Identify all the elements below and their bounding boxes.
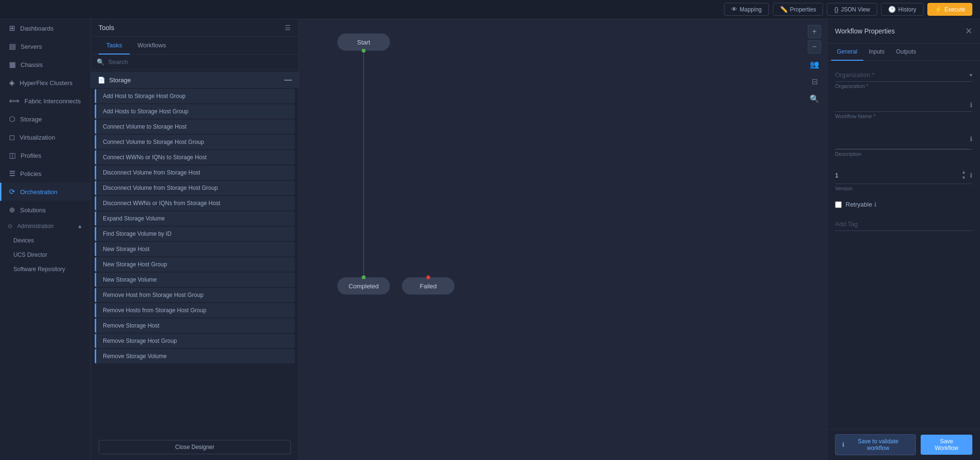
dashboards-icon: ⊞ [9,24,15,33]
sidebar-sub-item-software-repo[interactable]: Software Repository [0,262,90,276]
version-field-group: ▲ ▼ ℹ Version [835,166,972,191]
retryable-checkbox[interactable] [835,201,842,208]
zoom-in-button[interactable]: + [808,25,821,38]
json-view-button[interactable]: {} JSON View [827,3,877,16]
save-validate-button[interactable]: ℹ Save to validate workflow [835,434,916,455]
list-item[interactable]: Disconnect WWNs or IQNs from Storage Hos… [95,196,295,210]
administration-icon: ⊙ [8,223,12,230]
connector-line [363,51,364,275]
list-item[interactable]: Add Host to Storage Host Group [95,89,295,103]
sidebar-item-profiles[interactable]: ◫ Profiles [0,146,90,164]
chevron-up-icon: ▲ [77,223,83,230]
sidebar-item-hyperflex[interactable]: ◈ HyperFlex Clusters [0,74,90,92]
description-textarea[interactable] [835,129,970,149]
version-down-button[interactable]: ▼ [961,175,966,181]
retryable-field-group: Retryable ℹ [835,201,972,208]
people-icon-button[interactable]: 👥 [808,57,821,71]
sidebar-sub-item-devices[interactable]: Devices [0,233,90,248]
sidebar-sub-item-ucs-director[interactable]: UCS Director [0,248,90,262]
workflow-name-input[interactable] [835,99,970,111]
close-panel-button[interactable]: ✕ [965,26,972,36]
add-tag-input[interactable] [835,218,972,231]
history-icon: 🕐 [888,6,896,13]
list-item[interactable]: Find Storage Volume by ID [95,227,295,241]
retryable-row: Retryable ℹ [835,201,972,208]
collapse-icon[interactable]: — [284,76,292,84]
retryable-info-icon: ℹ [874,201,877,208]
sidebar-item-solutions[interactable]: ⊕ Solutions [0,201,90,219]
table-icon-button[interactable]: ⊟ [808,75,821,88]
panel-tab-general[interactable]: General [831,44,863,61]
save-workflow-label: Save Workflow [935,438,958,451]
panel-header: Workflow Properties ✕ [827,19,980,44]
virtualization-icon: ◻ [9,133,15,142]
sidebar-item-label: Policies [20,170,42,177]
sidebar-section-administration[interactable]: ⊙ Administration ▲ [0,219,90,233]
workflow-name-label: Workflow Name * [835,113,972,119]
search-bar: 🔍 [91,55,299,70]
list-item[interactable]: Remove Storage Volume [95,349,295,363]
storage-group-header: 📄 Storage — [91,72,299,88]
description-input-row: ℹ [835,129,972,150]
sidebar-item-servers[interactable]: ▤ Servers [0,37,90,55]
history-button[interactable]: 🕐 History [881,3,923,16]
storage-icon: ⬡ [9,115,15,123]
sidebar-item-chassis[interactable]: ▦ Chassis [0,55,90,74]
sidebar-item-dashboards[interactable]: ⊞ Dashboards [0,19,90,37]
magnify-icon-button[interactable]: 🔍 [808,92,821,105]
sidebar-item-policies[interactable]: ☰ Policies [0,164,90,183]
list-item[interactable]: Remove Storage Host [95,318,295,333]
tab-workflows[interactable]: Workflows [130,37,174,55]
list-item[interactable]: Remove Storage Host Group [95,334,295,348]
list-item[interactable]: Remove Hosts from Storage Host Group [95,303,295,318]
mapping-button[interactable]: 👁 Mapping [724,3,769,16]
list-item[interactable]: Connect Volume to Storage Host [95,120,295,134]
properties-button[interactable]: ✏️ Properties [773,3,824,16]
list-item[interactable]: Disconnect Volume from Storage Host Grou… [95,181,295,195]
list-item[interactable]: Expand Storage Volume [95,211,295,226]
organization-select[interactable]: Organization * [835,71,969,78]
close-designer-button[interactable]: Close Designer [99,440,291,454]
list-item[interactable]: New Storage Volume [95,273,295,287]
execute-button[interactable]: ⚡ Execute [927,3,972,16]
json-view-label: JSON View [841,6,870,13]
version-up-button[interactable]: ▲ [961,169,966,175]
panel-tab-outputs[interactable]: Outputs [890,44,922,61]
sidebar-item-label: Solutions [20,207,45,214]
list-item[interactable]: New Storage Host [95,242,295,256]
software-repo-label: Software Repository [13,266,65,273]
panel-footer: ℹ Save to validate workflow Save Workflo… [827,429,980,460]
sidebar-item-storage[interactable]: ⬡ Storage [0,110,90,128]
node-completed[interactable]: Completed [337,277,390,295]
node-failed[interactable]: Failed [402,277,455,295]
tab-tasks[interactable]: Tasks [99,37,130,55]
retryable-label: Retryable ℹ [846,201,877,208]
node-start[interactable]: Start [337,33,390,51]
panel-title: Workflow Properties [835,27,895,35]
search-input[interactable] [108,58,293,66]
list-item[interactable]: Remove Host from Storage Host Group [95,288,295,302]
tools-title: Tools [99,24,114,32]
mapping-icon: 👁 [731,6,737,13]
tabs: Tasks Workflows [91,37,299,55]
version-info-icon: ℹ [970,172,972,179]
zoom-out-button[interactable]: − [808,40,821,54]
panel-content: Organization * ▾ Organization * ℹ Workfl… [827,61,980,429]
save-validate-label: Save to validate workflow [847,438,909,451]
list-item[interactable]: Add Hosts to Storage Host Group [95,104,295,119]
description-label: Description [835,151,972,157]
canvas-controls: + − [808,25,821,54]
list-item[interactable]: Disconnect Volume from Storage Host [95,165,295,180]
list-item[interactable]: Connect WWNs or IQNs to Storage Host [95,150,295,164]
panel-tab-inputs[interactable]: Inputs [863,44,891,61]
sidebar-item-fabric[interactable]: ⟺ Fabric Interconnects [0,92,90,110]
list-item[interactable]: Connect Volume to Storage Host Group [95,135,295,149]
version-input[interactable] [835,172,958,179]
sidebar-item-virtualization[interactable]: ◻ Virtualization [0,128,90,146]
sidebar-item-label: Fabric Interconnects [24,98,81,105]
organization-select-row: Organization * ▾ [835,68,972,82]
list-item[interactable]: New Storage Host Group [95,257,295,272]
tools-menu-button[interactable]: ☰ [285,24,291,32]
sidebar-item-orchestration[interactable]: ⟳ Orchestration [0,183,90,201]
save-workflow-button[interactable]: Save Workflow [921,435,972,455]
